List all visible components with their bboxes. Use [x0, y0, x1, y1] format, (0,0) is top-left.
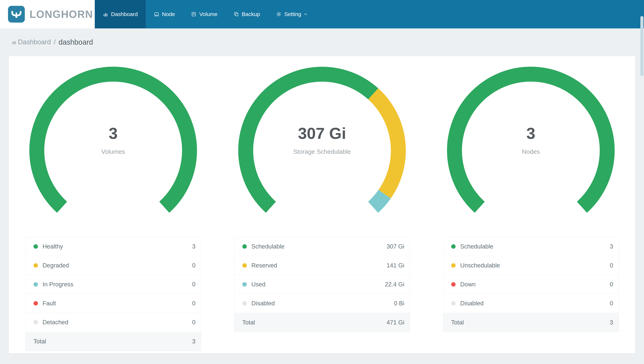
donut-gauge-arc: [28, 65, 199, 236]
bar-chart-icon: [103, 12, 108, 17]
legend-color-dot: [242, 282, 247, 286]
legend-total-row: Total 3: [443, 313, 619, 332]
legend-row[interactable]: Healthy 3: [26, 237, 201, 256]
backup-icon: [234, 12, 239, 17]
donut-gauge-arc: [236, 65, 408, 236]
legend-color-dot: [451, 263, 456, 268]
legend-total-value: 3: [192, 338, 195, 345]
legend-color-dot: [34, 244, 38, 249]
legend-total-row: Total 3: [26, 332, 201, 351]
legend-row[interactable]: In Progress 0: [26, 275, 201, 294]
legend-table: Healthy 3 Degraded 0 In Progress 0 Fault…: [25, 237, 201, 351]
legend-row-label: Schedulable: [252, 243, 387, 250]
nav-item-backup[interactable]: Backup: [226, 0, 268, 28]
legend-color-dot: [34, 301, 38, 306]
legend-row-label: Detached: [43, 319, 192, 326]
legend-row[interactable]: Detached 0: [26, 313, 201, 332]
legend-row[interactable]: Used 22.4 Gi: [234, 275, 410, 294]
legend-row-value: 3: [610, 243, 613, 250]
legend-row-value: 3: [192, 243, 195, 250]
logo[interactable]: LONGHORN: [0, 0, 95, 28]
nav-item-setting[interactable]: Setting: [268, 0, 316, 28]
legend-row-label: Reserved: [252, 262, 387, 269]
gauge-panel: 307 Gi Storage Schedulable Schedulable 3…: [218, 65, 426, 351]
chevron-down-icon: [304, 12, 308, 16]
legend-row-value: 0: [610, 262, 613, 269]
legend-row-label: Unschedulable: [460, 262, 610, 269]
legend-color-dot: [242, 244, 247, 249]
nav-item-label: Setting: [284, 11, 301, 17]
legend-total-label: Total: [34, 338, 192, 345]
node-icon: [154, 12, 159, 17]
donut-gauge: 3 Volumes: [28, 65, 199, 236]
gear-icon: [276, 12, 282, 17]
legend-row-value: 0: [192, 281, 195, 288]
donut-gauge-arc: [445, 65, 616, 236]
legend-row[interactable]: Reserved 141 Gi: [234, 256, 410, 275]
nav-item-node[interactable]: Node: [146, 0, 183, 28]
legend-row[interactable]: Fault 0: [26, 294, 201, 313]
legend-color-dot: [34, 320, 38, 324]
gauge-panel: 3 Volumes Healthy 3 Degraded 0 In Progre…: [9, 65, 218, 351]
legend-color-dot: [451, 244, 456, 249]
legend-row-label: Healthy: [43, 243, 192, 250]
legend-row-label: Used: [252, 281, 385, 288]
legend-color-dot: [451, 301, 456, 306]
legend-rows: Healthy 3 Degraded 0 In Progress 0 Fault…: [26, 237, 201, 332]
legend-row-value: 22.4 Gi: [385, 281, 404, 288]
nav-item-volume[interactable]: Volume: [183, 0, 226, 28]
legend-table: Schedulable 307 Gi Reserved 141 Gi Used …: [234, 237, 410, 332]
logo-text: LONGHORN: [30, 8, 93, 20]
legend-total-value: 3: [610, 319, 613, 326]
breadcrumb-root[interactable]: Dashboard: [18, 38, 51, 46]
legend-row-label: In Progress: [43, 281, 192, 288]
bar-chart-icon: [11, 39, 17, 45]
volume-icon: [191, 12, 196, 17]
legend-row[interactable]: Schedulable 307 Gi: [234, 237, 410, 256]
legend-row[interactable]: Degraded 0: [26, 256, 201, 275]
legend-total-row: Total 471 Gi: [234, 313, 410, 332]
legend-row[interactable]: Disabled 0: [443, 294, 619, 313]
nav-item-dashboard[interactable]: Dashboard: [95, 0, 146, 28]
legend-color-dot: [451, 282, 456, 286]
nav-item-label: Backup: [242, 11, 260, 17]
legend-row-label: Disabled: [460, 300, 610, 307]
legend-total-label: Total: [242, 319, 387, 326]
page: LONGHORN Dashboard Node Volume Backup Se…: [0, 0, 644, 354]
breadcrumb: Dashboard / dashboard: [11, 38, 644, 47]
legend-row-label: Fault: [43, 300, 192, 307]
legend-total-value: 471 Gi: [386, 319, 404, 326]
legend-row-value: 0: [610, 281, 613, 288]
legend-row[interactable]: Down 0: [443, 275, 619, 294]
main-nav: Dashboard Node Volume Backup Setting: [95, 0, 644, 28]
legend-row[interactable]: Disabled 0 Bi: [234, 294, 410, 313]
legend-row-value: 0: [610, 300, 613, 307]
gauge-panel: 3 Nodes Schedulable 3 Unschedulable 0 Do…: [426, 65, 635, 351]
legend-row-value: 141 Gi: [386, 262, 404, 269]
legend-row-label: Schedulable: [460, 243, 610, 250]
scrollbar-thumb[interactable]: [640, 16, 644, 76]
legend-row-value: 0 Bi: [394, 300, 404, 307]
legend-row-value: 0: [192, 319, 195, 326]
legend-row-label: Degraded: [43, 262, 192, 269]
top-navbar: LONGHORN Dashboard Node Volume Backup Se…: [0, 0, 644, 28]
legend-table: Schedulable 3 Unschedulable 0 Down 0 Dis…: [443, 237, 619, 332]
nav-item-label: Volume: [199, 11, 218, 17]
breadcrumb-separator: /: [54, 38, 56, 46]
legend-total-label: Total: [451, 319, 610, 326]
legend-row-value: 307 Gi: [386, 243, 404, 250]
nav-item-label: Dashboard: [111, 11, 138, 17]
legend-rows: Schedulable 307 Gi Reserved 141 Gi Used …: [234, 237, 410, 313]
legend-color-dot: [242, 263, 247, 268]
legend-row-value: 0: [192, 262, 195, 269]
legend-color-dot: [242, 301, 247, 306]
donut-gauge: 307 Gi Storage Schedulable: [236, 65, 408, 236]
legend-color-dot: [34, 263, 38, 268]
gauges-container: 3 Volumes Healthy 3 Degraded 0 In Progre…: [9, 65, 635, 351]
breadcrumb-current: dashboard: [58, 38, 93, 46]
legend-row-label: Down: [460, 281, 610, 288]
donut-gauge: 3 Nodes: [445, 65, 616, 236]
legend-row[interactable]: Unschedulable 0: [443, 256, 619, 275]
nav-item-label: Node: [162, 11, 175, 17]
legend-row[interactable]: Schedulable 3: [443, 237, 619, 256]
